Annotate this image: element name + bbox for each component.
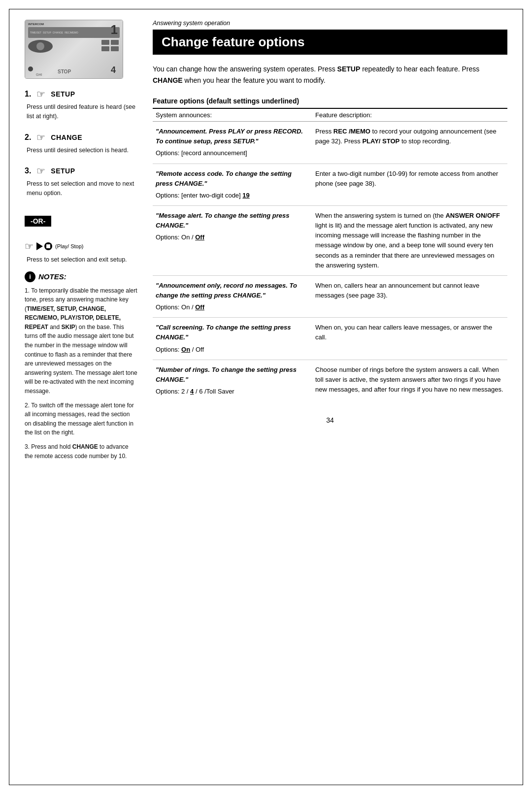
step2-label: CHANGE xyxy=(51,133,82,141)
or-label: -OR- xyxy=(25,216,51,227)
col2-header: Feature description: xyxy=(312,108,507,122)
notes-header: i NOTES: xyxy=(25,271,138,282)
row-msg-alert-col1: "Message alert. To change the setting pr… xyxy=(153,206,312,276)
step-2-section: 2. ☞ CHANGE Press until desired selectio… xyxy=(25,132,138,155)
row-rings-col2: Choose number of rings before the system… xyxy=(312,360,507,401)
play-triangle-icon xyxy=(36,242,43,250)
table-row: "Call screening. To change the setting p… xyxy=(153,318,507,360)
step1-label: SETUP xyxy=(51,90,75,98)
feature-title: Change feature options xyxy=(162,34,304,49)
play-stop-row: ☞ (Play/ Stop) xyxy=(25,240,138,252)
row-call-screening-main: "Call screening. To change the setting p… xyxy=(156,324,291,341)
notes-title: NOTES: xyxy=(38,272,66,281)
page-number: 34 xyxy=(153,416,507,429)
intro-text: You can change how the answering system … xyxy=(153,64,507,86)
row-msg-alert-options: Options: On / Off xyxy=(156,232,309,242)
row-rings-main: "Number of rings. To change the setting … xyxy=(156,366,297,383)
feature-table-label: Feature options (default settings underl… xyxy=(153,97,299,105)
row-msg-alert-col2: When the answering system is turned on (… xyxy=(312,206,507,276)
note-2: 2. To switch off the message alert tone … xyxy=(25,401,138,437)
section-label: Answering system operation xyxy=(153,20,507,27)
row-call-screening-col2: When on, you can hear callers leave mess… xyxy=(312,318,507,360)
table-row: "Announcement only, record no messages. … xyxy=(153,275,507,317)
row-announcement-col1: "Announcement. Press PLAY or press RECOR… xyxy=(153,122,312,164)
row-rings-col1: "Number of rings. To change the setting … xyxy=(153,360,312,401)
row-remote-col1: "Remote access code. To change the setti… xyxy=(153,164,312,205)
table-header-row: System announces: Feature description: xyxy=(153,108,507,122)
play-stop-desc: Press to set selection and exit setup. xyxy=(27,255,138,265)
table-row: "Announcement. Press PLAY or press RECOR… xyxy=(153,122,507,164)
feature-table: System announces: Feature description: "… xyxy=(153,108,507,401)
hand-icon-1: ☞ xyxy=(34,89,48,99)
step2-number: 2. xyxy=(25,133,31,142)
device-image: INTERCOM TIME/SET SETUP CHANGE REC/MEMO xyxy=(25,20,123,79)
step3-desc: Press to set selection and move to next … xyxy=(27,179,138,198)
row-announcement-main: "Announcement. Press PLAY or press RECOR… xyxy=(156,128,303,145)
feature-title-bar: Change feature options xyxy=(153,30,507,55)
step-3-section: 3. ☞ SETUP Press to set selection and mo… xyxy=(25,165,138,198)
or-divider-container: -OR- xyxy=(25,209,138,233)
row-announce-only-col2: When on, callers hear an announcement bu… xyxy=(312,275,507,317)
note-1: 1. To temporarily disable the message al… xyxy=(25,286,138,396)
col1-header: System announces: xyxy=(153,108,312,122)
play-stop-label: (Play/ Stop) xyxy=(55,243,83,249)
row-call-screening-options: Options: On / Off xyxy=(156,345,309,355)
hand-icon-2: ☞ xyxy=(34,132,48,143)
page-border-top xyxy=(9,9,523,9)
notes-section: i NOTES: 1. To temporarily disable the m… xyxy=(25,271,138,461)
table-row: "Number of rings. To change the setting … xyxy=(153,360,507,401)
right-column: Answering system operation Change featur… xyxy=(153,20,507,465)
row-remote-options: Options: [enter two-digit code] 19 xyxy=(156,191,309,200)
step1-desc: Press until desired feature is heard (se… xyxy=(27,102,138,121)
page-border-left xyxy=(9,9,9,785)
note-3: 3. Press and hold CHANGE to advance the … xyxy=(25,442,138,461)
row-remote-main: "Remote access code. To change the setti… xyxy=(156,170,292,187)
page-border-bottom xyxy=(9,785,523,785)
row-announce-only-options: Options: On / Off xyxy=(156,302,309,312)
row-announce-only-main: "Announcement only, record no messages. … xyxy=(156,282,297,299)
step-1-section: 1. ☞ SETUP Press until desired feature i… xyxy=(25,89,138,121)
row-call-screening-col1: "Call screening. To change the setting p… xyxy=(153,318,312,360)
row-announcement-col2: Press REC /MEMO to record your outgoing … xyxy=(312,122,507,164)
step1-number: 1. xyxy=(25,90,31,99)
left-column: INTERCOM TIME/SET SETUP CHANGE REC/MEMO xyxy=(25,20,138,465)
row-announcement-options: Options: [record announcement] xyxy=(156,148,309,158)
play-stop-icons xyxy=(36,242,52,250)
step2-desc: Press until desired selection is heard. xyxy=(27,146,138,155)
hand-icon-3: ☞ xyxy=(34,165,48,176)
stop-circle-icon xyxy=(44,242,52,250)
step3-number: 3. xyxy=(25,166,31,175)
feature-table-header-label: Feature options (default settings underl… xyxy=(153,97,507,105)
table-row: "Remote access code. To change the setti… xyxy=(153,164,507,205)
row-msg-alert-main: "Message alert. To change the setting pr… xyxy=(156,212,290,229)
row-rings-options: Options: 2 / 4 / 6 /Toll Saver xyxy=(156,387,309,397)
row-announce-only-col1: "Announcement only, record no messages. … xyxy=(153,275,312,317)
step3-label: SETUP xyxy=(51,167,75,175)
notes-content: 1. To temporarily disable the message al… xyxy=(25,286,138,461)
hand-icon-4: ☞ xyxy=(25,240,33,252)
table-row: "Message alert. To change the setting pr… xyxy=(153,206,507,276)
page-border-right xyxy=(523,9,523,785)
notes-icon: i xyxy=(25,271,35,282)
row-remote-col2: Enter a two-digit number (10-99) for rem… xyxy=(312,164,507,205)
